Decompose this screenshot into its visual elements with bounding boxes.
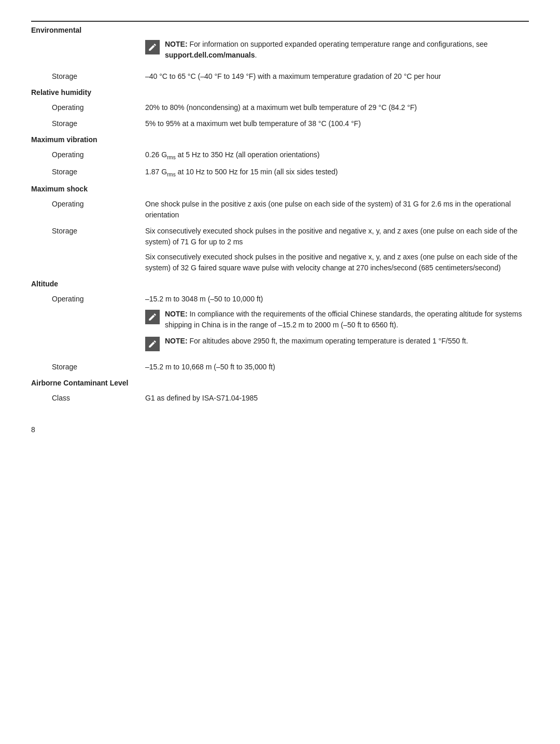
shock-storage-value1: Six consecutively executed shock pulses … xyxy=(145,226,529,247)
section-header: Environmental xyxy=(31,21,529,39)
altitude-operating-label: Operating xyxy=(31,294,145,356)
page-container: Environmental NOTE: For information on s… xyxy=(31,21,529,435)
section-title: Environmental xyxy=(31,26,81,34)
altitude-operating-text: –15.2 m to 3048 m (–50 to 10,000 ft) xyxy=(145,294,529,305)
page-number: 8 xyxy=(31,424,529,435)
shock-storage-row: Storage Six consecutively executed shock… xyxy=(31,226,529,273)
note-label-bold-1: NOTE: xyxy=(165,40,188,48)
max-vibration-header: Maximum vibration xyxy=(31,134,529,145)
altitude-storage-label: Storage xyxy=(31,362,145,373)
airborne-class-label: Class xyxy=(31,393,145,404)
note-text-3: NOTE: For altitudes above 2950 ft, the m… xyxy=(165,336,468,347)
altitude-operating-value: –15.2 m to 3048 m (–50 to 10,000 ft) NOT… xyxy=(145,294,529,356)
altitude-operating-row: Operating –15.2 m to 3048 m (–50 to 10,0… xyxy=(31,294,529,356)
note-icon-3 xyxy=(145,337,160,351)
vibration-st-sub: rms xyxy=(167,172,176,177)
shock-operating-value: One shock pulse in the positive z axis (… xyxy=(145,199,529,221)
vibration-operating-label: Operating xyxy=(31,149,145,161)
note-box-1: NOTE: For information on supported expan… xyxy=(145,39,529,61)
vibration-storage-label: Storage xyxy=(31,167,145,178)
note-link-1: support.dell.com/manuals xyxy=(165,51,255,59)
note-icon-1 xyxy=(145,40,160,54)
shock-operating-label: Operating xyxy=(31,199,145,221)
note-box-3: NOTE: For altitudes above 2950 ft, the m… xyxy=(145,336,529,351)
shock-storage-label: Storage xyxy=(31,226,145,273)
humidity-operating-value: 20% to 80% (noncondensing) at a maximum … xyxy=(145,102,529,113)
note-text-2: NOTE: In compliance with the requirement… xyxy=(165,309,529,330)
relative-humidity-header: Relative humidity xyxy=(31,87,529,98)
shock-operating-row: Operating One shock pulse in the positiv… xyxy=(31,199,529,221)
humidity-operating-row: Operating 20% to 80% (noncondensing) at … xyxy=(31,102,529,113)
note-icon-2 xyxy=(145,310,160,324)
humidity-storage-row: Storage 5% to 95% at a maximum wet bulb … xyxy=(31,118,529,129)
note-label-bold-3: NOTE: xyxy=(165,337,188,345)
vibration-operating-row: Operating 0.26 Grms at 5 Hz to 350 Hz (a… xyxy=(31,149,529,161)
humidity-operating-label: Operating xyxy=(31,102,145,113)
airborne-header: Airborne Contaminant Level xyxy=(31,378,529,389)
shock-storage-value: Six consecutively executed shock pulses … xyxy=(145,226,529,273)
max-shock-header: Maximum shock xyxy=(31,184,529,195)
pencil-icon xyxy=(148,43,157,52)
vibration-operating-value: 0.26 Grms at 5 Hz to 350 Hz (all operati… xyxy=(145,149,529,161)
pencil-icon-3 xyxy=(148,339,157,349)
vibration-storage-row: Storage 1.87 Grms at 10 Hz to 500 Hz for… xyxy=(31,167,529,178)
note-label-bold-2: NOTE: xyxy=(165,310,188,318)
note-row-1: NOTE: For information on supported expan… xyxy=(31,39,529,66)
altitude-storage-value: –15.2 m to 10,668 m (–50 ft to 35,000 ft… xyxy=(145,362,529,373)
pencil-icon-2 xyxy=(148,312,157,322)
shock-storage-value2: Six consecutively executed shock pulses … xyxy=(145,252,529,273)
airborne-class-value: G1 as defined by ISA-S71.04-1985 xyxy=(145,393,529,404)
vibration-storage-value: 1.87 Grms at 10 Hz to 500 Hz for 15 min … xyxy=(145,167,529,178)
altitude-storage-row: Storage –15.2 m to 10,668 m (–50 ft to 3… xyxy=(31,362,529,373)
note-text-1: NOTE: For information on supported expan… xyxy=(165,39,529,61)
temperature-storage-label: Storage xyxy=(31,71,145,82)
note-box-2: NOTE: In compliance with the requirement… xyxy=(145,309,529,330)
temperature-storage-row: Storage –40 °C to 65 °C (–40 °F to 149 °… xyxy=(31,71,529,82)
altitude-header: Altitude xyxy=(31,279,529,290)
humidity-storage-value: 5% to 95% at a maximum wet bulb temperat… xyxy=(145,118,529,129)
note-label-col-1 xyxy=(31,39,145,66)
airborne-class-row: Class G1 as defined by ISA-S71.04-1985 xyxy=(31,393,529,404)
note-value-col-1: NOTE: For information on supported expan… xyxy=(145,39,529,66)
vibration-op-sub: rms xyxy=(167,155,176,160)
humidity-storage-label: Storage xyxy=(31,118,145,129)
temperature-storage-value: –40 °C to 65 °C (–40 °F to 149 °F) with … xyxy=(145,71,529,82)
